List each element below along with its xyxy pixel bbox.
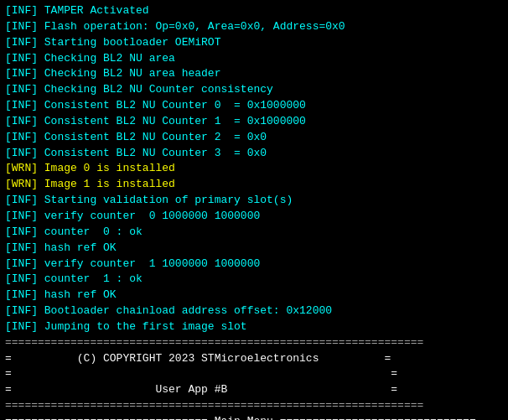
terminal-line: [WRN] Image 0 is installed — [5, 161, 503, 177]
terminal-line: [INF] Consistent BL2 NU Counter 1 = 0x10… — [5, 114, 503, 130]
terminal-line: [INF] counter 1 : ok — [5, 272, 503, 288]
terminal-line: [INF] Starting bootloader OEMiROT — [5, 35, 503, 51]
terminal-line: [WRN] Image 1 is installed — [5, 177, 503, 193]
terminal-line: ========================================… — [5, 398, 503, 414]
terminal-line: [INF] Consistent BL2 NU Counter 2 = 0x0 — [5, 130, 503, 146]
terminal-line: ========================================… — [5, 335, 503, 351]
terminal-line: [INF] Flash operation: Op=0x0, Area=0x0,… — [5, 19, 503, 35]
terminal-line: = User App #B = — [5, 382, 503, 398]
terminal-line: [INF] Starting validation of primary slo… — [5, 193, 503, 209]
terminal-line: [INF] hash ref OK — [5, 241, 503, 257]
terminal-line: [INF] Checking BL2 NU Counter consistenc… — [5, 82, 503, 98]
terminal: [INF] TAMPER Activated[INF] Flash operat… — [0, 0, 508, 420]
terminal-line: = = — [5, 366, 503, 382]
terminal-line: [INF] TAMPER Activated — [5, 3, 503, 19]
terminal-line: = (C) COPYRIGHT 2023 STMicroelectronics … — [5, 351, 503, 367]
terminal-line: [INF] hash ref OK — [5, 288, 503, 303]
terminal-line: [INF] verify counter 0 1000000 1000000 — [5, 209, 503, 225]
terminal-line: [INF] Checking BL2 NU area — [5, 51, 503, 67]
terminal-line: [INF] Bootloader chainload address offse… — [5, 303, 503, 319]
terminal-line: [INF] Consistent BL2 NU Counter 3 = 0x0 — [5, 146, 503, 162]
terminal-line: =============================== Main Men… — [5, 414, 503, 420]
terminal-line: [INF] counter 0 : ok — [5, 225, 503, 241]
terminal-line: [INF] verify counter 1 1000000 1000000 — [5, 257, 503, 272]
terminal-line: [INF] Checking BL2 NU area header — [5, 66, 503, 82]
terminal-line: [INF] Consistent BL2 NU Counter 0 = 0x10… — [5, 98, 503, 114]
terminal-line: [INF] Jumping to the first image slot — [5, 319, 503, 335]
